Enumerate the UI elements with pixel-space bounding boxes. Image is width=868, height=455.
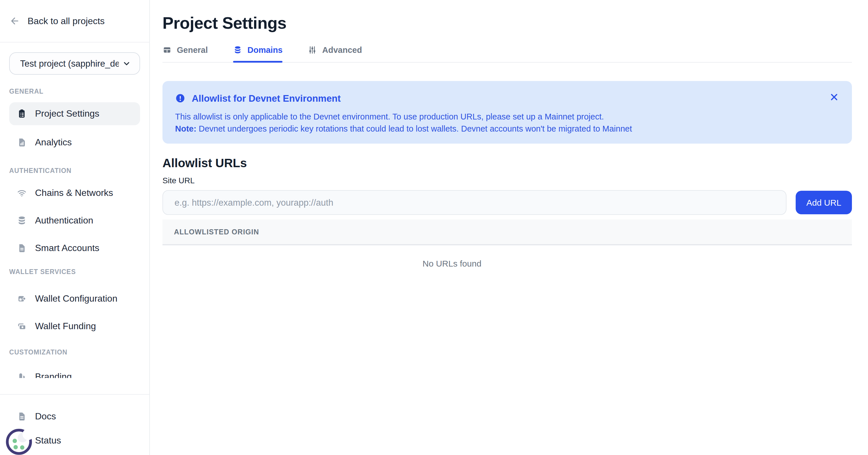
database-icon: [233, 46, 242, 55]
sidebar-item-project-settings[interactable]: Project Settings: [9, 102, 140, 125]
file-text-icon: [17, 411, 27, 422]
add-url-button[interactable]: Add URL: [796, 191, 852, 214]
sidebar-item-wallet-configuration[interactable]: Wallet Configuration: [9, 287, 140, 310]
sidebar-item-label: Chains & Networks: [35, 188, 113, 198]
database-icon: [17, 216, 27, 226]
tab-label: General: [177, 46, 208, 55]
sidebar-item-label: Project Settings: [35, 109, 99, 119]
sidebar: Back to all projects Test project (sapph…: [0, 0, 150, 455]
app-window: Back to all projects Test project (sapph…: [0, 0, 868, 455]
settings-tabs: General Domains Advanced: [162, 46, 852, 63]
project-selector-value: Test project (sapphire_de: [20, 58, 119, 69]
sidebar-item-authentication[interactable]: Authentication: [9, 209, 140, 232]
empty-state-text: No URLs found: [423, 258, 482, 268]
page-title: Project Settings: [162, 14, 852, 33]
wallet-gear-icon: [17, 293, 27, 304]
banner-note-text: Devnet undergoes periodic key rotations …: [196, 124, 632, 133]
sidebar-item-label: Status: [35, 435, 61, 446]
sidebar-item-branding[interactable]: Branding: [9, 365, 140, 378]
banner-note-label: Note:: [175, 124, 196, 133]
tab-advanced[interactable]: Advanced: [308, 46, 362, 62]
sidebar-item-label: Branding: [35, 372, 72, 378]
branding-icon: [17, 372, 27, 378]
allowlist-urls-heading: Allowlist URLs: [162, 156, 852, 170]
sidebar-nav: Test project (sapphire_de GENERAL Projec…: [0, 42, 149, 378]
grid-icon: [162, 46, 172, 55]
sidebar-item-label: Smart Accounts: [35, 243, 99, 253]
sidebar-item-label: Wallet Funding: [35, 321, 96, 332]
file-text-icon: [17, 243, 27, 253]
sidebar-item-label: Wallet Configuration: [35, 293, 117, 304]
tab-label: Advanced: [322, 46, 362, 55]
tab-domains[interactable]: Domains: [233, 46, 283, 62]
cash-icon: [17, 321, 27, 332]
banner-line1: This allowlist is only applicable to the…: [175, 111, 839, 123]
sidebar-item-label: Analytics: [35, 137, 72, 148]
banner-body: This allowlist is only applicable to the…: [175, 111, 839, 135]
section-label-customization: CUSTOMIZATION: [9, 348, 140, 356]
sidebar-item-label: Docs: [35, 411, 56, 422]
sidebar-item-wallet-funding[interactable]: Wallet Funding: [9, 315, 140, 338]
back-to-projects-link[interactable]: Back to all projects: [0, 0, 149, 42]
banner-close-button[interactable]: [828, 91, 840, 104]
section-label-wallet-services: WALLET SERVICES: [9, 268, 140, 276]
sidebar-item-label: Authentication: [35, 216, 93, 226]
sidebar-item-smart-accounts[interactable]: Smart Accounts: [9, 237, 140, 260]
banner-title: Allowlist for Devnet Environment: [192, 92, 341, 105]
sidebar-item-chains-networks[interactable]: Chains & Networks: [9, 181, 140, 204]
site-url-label: Site URL: [162, 176, 852, 185]
sidebar-item-docs[interactable]: Docs: [9, 405, 140, 428]
cookie-widget-icon[interactable]: [5, 427, 33, 455]
alert-circle-icon: [175, 93, 185, 104]
file-chart-icon: [17, 137, 27, 148]
site-url-input[interactable]: [162, 190, 786, 215]
close-icon: [829, 92, 839, 102]
devnet-allowlist-banner: Allowlist for Devnet Environment This al…: [162, 81, 852, 144]
chevron-down-icon: [122, 59, 131, 68]
tab-label: Domains: [247, 46, 283, 55]
add-url-row: Add URL: [162, 190, 852, 215]
main-content: Project Settings General Domains Advance…: [150, 0, 868, 455]
banner-title-row: Allowlist for Devnet Environment: [175, 92, 839, 105]
allowlisted-origins-table: ALLOWLISTED ORIGIN No URLs found: [162, 220, 852, 297]
banner-line2: Note: Devnet undergoes periodic key rota…: [175, 123, 839, 135]
arrow-left-icon: [9, 16, 20, 26]
project-selector-dropdown[interactable]: Test project (sapphire_de: [9, 52, 140, 75]
back-to-projects-label: Back to all projects: [28, 16, 105, 26]
section-label-authentication: AUTHENTICATION: [9, 167, 140, 175]
sliders-icon: [308, 46, 317, 55]
section-label-general: GENERAL: [9, 87, 140, 95]
table-header-allowlisted-origin: ALLOWLISTED ORIGIN: [162, 220, 852, 245]
wifi-icon: [17, 188, 27, 198]
tab-general[interactable]: General: [162, 46, 208, 62]
sidebar-item-analytics[interactable]: Analytics: [9, 131, 140, 154]
clipboard-icon: [17, 109, 27, 119]
table-empty-state: No URLs found: [162, 245, 852, 297]
